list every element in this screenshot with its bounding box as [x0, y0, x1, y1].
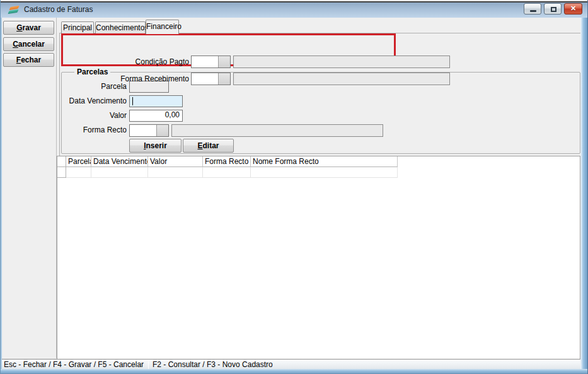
window: Cadastro de Faturas ✕ Gravar Cancelar Fe…: [0, 0, 588, 374]
parcela-label: Parcela: [7, 82, 127, 91]
condicao-pagto-lookup-button[interactable]: [218, 56, 230, 67]
grid-empty-row[interactable]: [57, 167, 398, 178]
minimize-button[interactable]: [524, 3, 541, 15]
forma-recto-lookup-button[interactable]: [156, 125, 168, 136]
forma-recto-name-field: [171, 124, 383, 137]
window-title: Cadastro de Faturas: [24, 5, 93, 14]
required-fields-highlight: Condição Pagto Forma Recebimento: [61, 33, 396, 66]
statusbar: Esc - Fechar / F4 - Gravar / F5 - Cancel…: [2, 359, 581, 369]
parcelas-grid[interactable]: Parcela Data Vencimento Valor Forma Rect…: [57, 156, 580, 374]
grid-header-data-vencimento: Data Vencimento: [91, 156, 148, 167]
window-bottom-frame: [1, 369, 587, 374]
statusbar-divider: [148, 360, 149, 369]
tab-financeiro[interactable]: Financeiro: [146, 20, 179, 34]
statusbar-shortcuts-right: F2 - Consultar / F3 - Novo Cadastro: [153, 360, 273, 369]
forma-recebimento-lookup-button[interactable]: [218, 73, 230, 85]
inserir-button[interactable]: Inserir: [129, 139, 182, 153]
condicao-pagto-label: Condição Pagto: [69, 57, 189, 66]
valor-input[interactable]: 0,00: [129, 110, 183, 122]
forma-recebimento-code-input[interactable]: [192, 73, 218, 85]
editar-button[interactable]: Editar: [183, 139, 234, 153]
data-vencimento-label: Data Vencimento: [7, 96, 127, 105]
tab-conhecimentos[interactable]: Conhecimentos: [95, 21, 146, 33]
close-button[interactable]: ✕: [564, 3, 582, 15]
condicao-pagto-name-field: [233, 56, 450, 68]
close-icon: ✕: [565, 4, 582, 13]
fechar-button[interactable]: Fechar: [3, 53, 54, 67]
app-layers-icon: [8, 6, 20, 15]
data-vencimento-input[interactable]: [129, 95, 183, 107]
condicao-pagto-combo[interactable]: [191, 56, 231, 68]
app-body: Gravar Cancelar Fechar Principal Conheci…: [2, 18, 582, 369]
grid-header-valor: Valor: [148, 156, 203, 167]
forma-recto-combo[interactable]: [129, 124, 169, 137]
grid-header-forma-recto: Forma Recto: [203, 156, 251, 167]
minimize-icon: [530, 10, 536, 12]
maximize-button[interactable]: [544, 3, 562, 15]
forma-recto-label: Forma Recto: [7, 126, 127, 134]
grid-header-row: Parcela Data Vencimento Valor Forma Rect…: [57, 156, 398, 167]
gravar-button[interactable]: Gravar: [3, 21, 54, 35]
condicao-pagto-code-input[interactable]: [192, 56, 218, 67]
statusbar-shortcuts-left: Esc - Fechar / F4 - Gravar / F5 - Cancel…: [4, 360, 144, 369]
grid-row-indicator-cell: [57, 167, 66, 178]
cancelar-button[interactable]: Cancelar: [3, 37, 54, 51]
grid-indicator-header: [57, 156, 66, 167]
forma-recebimento-combo[interactable]: [191, 73, 231, 85]
tab-principal[interactable]: Principal: [61, 21, 94, 33]
forma-recebimento-label: Forma Recebimento: [69, 74, 189, 83]
grid-header-parcela: Parcela: [66, 156, 91, 167]
text-caret: [132, 97, 133, 105]
window-right-frame: [580, 18, 587, 369]
forma-recto-code-input[interactable]: [130, 125, 156, 136]
valor-label: Valor: [7, 111, 127, 120]
forma-recebimento-name-field: [233, 73, 450, 85]
maximize-icon: [551, 7, 556, 12]
grid-header-nome-forma-recto: Nome Forma Recto: [251, 156, 398, 167]
titlebar[interactable]: Cadastro de Faturas: [1, 3, 587, 18]
